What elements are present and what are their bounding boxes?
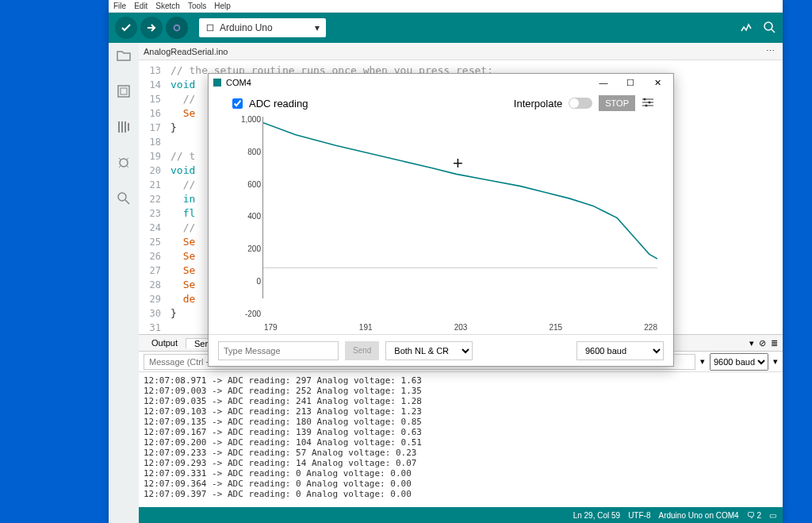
x-axis-labels: 179191203215228 — [264, 323, 657, 334]
svg-point-6 — [118, 193, 126, 201]
series-label: ADC reading — [249, 98, 308, 110]
series-visible-checkbox[interactable] — [232, 98, 243, 109]
boards-icon[interactable] — [116, 83, 132, 102]
svg-point-0 — [174, 25, 180, 31]
port-status[interactable]: Arduino Uno on COM4 — [658, 511, 738, 520]
y-axis-labels: 1,0008006004002000-200 — [229, 115, 261, 318]
line-ending-select[interactable]: Both NL & CR — [385, 341, 473, 360]
settings-icon[interactable] — [642, 97, 654, 110]
encoding: UTF-8 — [628, 511, 650, 520]
send-button[interactable]: Send — [345, 341, 379, 360]
plotter-bottom-bar: Send Both NL & CR 9600 baud — [209, 334, 673, 366]
close-button[interactable]: ✕ — [646, 78, 668, 88]
verify-button[interactable] — [115, 17, 137, 39]
board-label: Arduino Uno — [220, 22, 273, 33]
app-icon — [213, 79, 221, 87]
output-tab[interactable]: Output — [144, 338, 186, 348]
svg-point-2 — [764, 22, 772, 30]
folder-icon[interactable] — [116, 48, 132, 66]
chart-svg — [262, 117, 657, 298]
svg-point-7 — [644, 98, 646, 100]
interpolate-toggle[interactable] — [569, 98, 592, 109]
serial-plotter-window: COM4 — ☐ ✕ ADC reading Interpolate STOP … — [208, 73, 674, 367]
svg-point-9 — [645, 104, 648, 106]
debug-button[interactable] — [166, 17, 188, 39]
activity-bar — [109, 43, 139, 523]
plotter-title-bar[interactable]: COM4 — ☐ ✕ — [209, 74, 673, 91]
board-icon — [205, 23, 215, 33]
window-title: COM4 — [226, 78, 251, 87]
svg-rect-3 — [118, 86, 129, 97]
no-entry-icon[interactable]: ⊘ — [759, 338, 766, 348]
chevron-down-icon: ▾ — [315, 22, 320, 33]
cursor-position: Ln 29, Col 59 — [573, 511, 621, 520]
serial-monitor-icon[interactable] — [762, 20, 776, 37]
board-selector[interactable]: Arduino Uno ▾ — [199, 18, 326, 37]
plotter-baud-select[interactable]: 9600 baud — [576, 341, 664, 360]
interpolate-label: Interpolate — [514, 98, 562, 110]
columns-icon[interactable]: ≣ — [771, 338, 778, 348]
serial-baud-select[interactable]: 9600 baud — [710, 353, 768, 371]
serial-plotter-icon[interactable] — [740, 20, 754, 37]
status-bar: Ln 29, Col 59 UTF-8 Arduino Uno on COM4 … — [139, 507, 783, 523]
tab-overflow-icon[interactable]: ⋯ — [766, 46, 783, 56]
chevron-down-icon[interactable]: ▾ — [773, 356, 778, 367]
menu-sketch[interactable]: Sketch — [155, 2, 180, 10]
menu-tools[interactable]: Tools — [188, 2, 206, 10]
menu-file[interactable]: File — [113, 2, 126, 10]
chevron-down-icon[interactable]: ▾ — [749, 338, 754, 348]
library-icon[interactable] — [116, 119, 132, 137]
maximize-button[interactable]: ☐ — [619, 78, 642, 88]
plotter-controls: ADC reading Interpolate STOP — [209, 91, 673, 115]
serial-output[interactable]: 12:07:08.971 -> ADC reading: 297 Analog … — [139, 372, 783, 507]
svg-point-8 — [649, 101, 651, 103]
menu-bar: File Edit Sketch Tools Help — [109, 0, 783, 13]
editor-tab[interactable]: AnalogReadSerial.ino — [144, 47, 228, 56]
svg-rect-4 — [121, 88, 127, 94]
menu-edit[interactable]: Edit — [134, 2, 147, 10]
debug-icon[interactable] — [116, 155, 132, 173]
editor-tab-bar: AnalogReadSerial.ino ⋯ — [139, 43, 783, 60]
close-panel-icon[interactable]: ▭ — [769, 511, 776, 520]
menu-help[interactable]: Help — [214, 2, 231, 10]
chevron-down-icon[interactable]: ▾ — [700, 356, 705, 367]
toolbar: Arduino Uno ▾ — [109, 13, 783, 43]
upload-button[interactable] — [140, 17, 163, 39]
minimize-button[interactable]: — — [592, 78, 615, 87]
notifications-count[interactable]: 🗨 2 — [747, 511, 761, 520]
stop-button[interactable]: STOP — [599, 95, 635, 111]
plotter-message-input[interactable] — [218, 341, 339, 360]
svg-rect-1 — [207, 25, 213, 31]
chart-area[interactable]: 1,0008006004002000-200 179191203215228 + — [232, 115, 657, 334]
search-icon[interactable] — [116, 190, 132, 209]
